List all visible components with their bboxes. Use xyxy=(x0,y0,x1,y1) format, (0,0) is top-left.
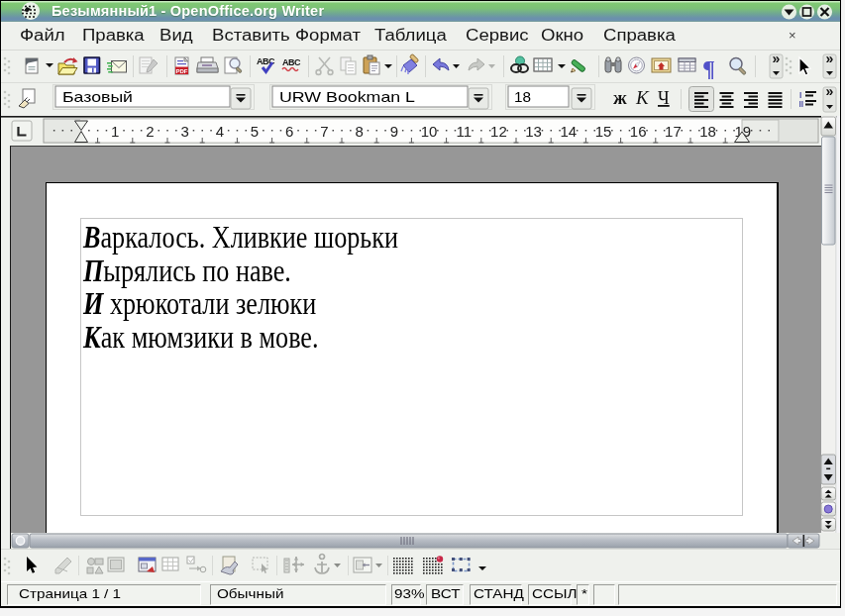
svg-text:16: 16 xyxy=(630,123,647,140)
svg-text:¶: ¶ xyxy=(702,55,715,81)
svg-text:13: 13 xyxy=(525,123,542,140)
svg-text:11: 11 xyxy=(456,123,472,140)
svg-text:»: » xyxy=(826,83,834,99)
svg-text:3: 3 xyxy=(180,123,188,140)
svg-text:2: 2 xyxy=(146,123,154,140)
svg-text:ABC: ABC xyxy=(282,57,301,67)
svg-text:17: 17 xyxy=(665,123,682,140)
svg-text:II: II xyxy=(799,99,804,109)
svg-text:18: 18 xyxy=(514,89,531,105)
svg-text:7: 7 xyxy=(320,123,328,140)
svg-text:18: 18 xyxy=(699,123,716,140)
svg-text:К: К xyxy=(635,87,650,108)
svg-text:Ч: Ч xyxy=(658,88,670,108)
svg-text:»: » xyxy=(773,51,781,66)
svg-text:12: 12 xyxy=(490,123,507,140)
svg-text:Базовый: Базовый xyxy=(62,89,133,105)
svg-text:1: 1 xyxy=(111,123,119,140)
svg-text:10: 10 xyxy=(421,123,438,140)
svg-text:»: » xyxy=(826,51,834,66)
svg-text:4: 4 xyxy=(216,123,224,140)
svg-text:URW Bookman L: URW Bookman L xyxy=(279,89,415,105)
svg-text:8: 8 xyxy=(355,123,363,140)
svg-text:6: 6 xyxy=(285,123,293,140)
svg-text:5: 5 xyxy=(251,123,259,140)
svg-text:15: 15 xyxy=(595,123,612,140)
svg-text:PDF: PDF xyxy=(176,68,188,74)
svg-text:ABC: ABC xyxy=(257,56,275,66)
svg-text:9: 9 xyxy=(390,123,398,140)
svg-text:14: 14 xyxy=(560,123,577,140)
svg-text:ж: ж xyxy=(613,87,627,108)
